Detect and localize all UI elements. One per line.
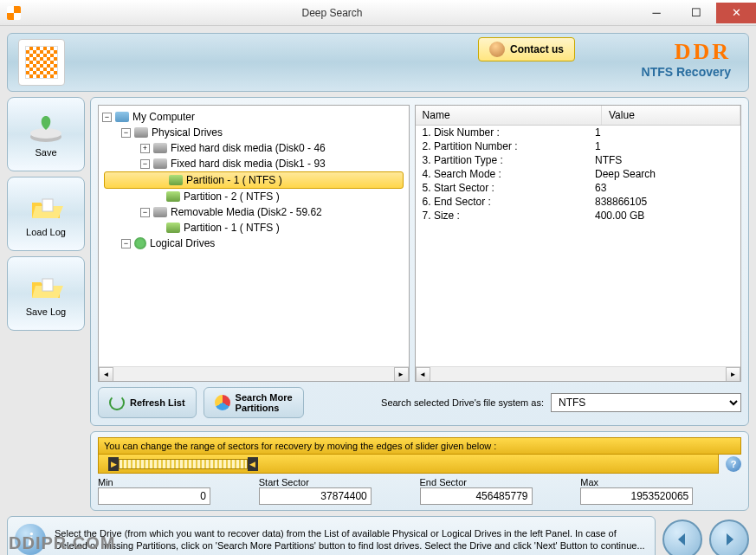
start-sector-input[interactable]	[259, 487, 372, 505]
drive-icon	[134, 127, 148, 138]
collapse-icon[interactable]: −	[121, 128, 131, 138]
scroll-right-icon[interactable]: ►	[394, 367, 409, 382]
slider-range	[119, 459, 247, 469]
details-scrollbar[interactable]: ◄ ►	[416, 366, 740, 381]
max-input[interactable]	[580, 487, 693, 505]
svg-rect-2	[42, 199, 53, 211]
save-label: Save	[35, 147, 56, 158]
collapse-icon[interactable]: −	[140, 159, 150, 169]
brand-subtitle: NTFS Recovery	[642, 65, 731, 79]
detail-row: 1. Disk Number :1	[416, 126, 740, 139]
tree-node-logical[interactable]: − Logical Drives	[102, 236, 405, 251]
controls-row: Refresh List Search More Partitions Sear…	[98, 387, 741, 418]
partition-icon	[166, 223, 180, 233]
save-log-label: Save Log	[26, 307, 66, 317]
help-icon[interactable]: ?	[726, 456, 741, 472]
tree-body[interactable]: − My Computer − Physical Drives +	[99, 106, 409, 366]
sidebar: Save Load Log Save Log	[7, 97, 85, 426]
tree-node-computer[interactable]: − My Computer	[102, 109, 405, 125]
tree-node-disk2-p1[interactable]: Partition - 1 ( NTFS )	[102, 220, 405, 236]
back-button[interactable]	[662, 520, 702, 555]
brand-name: DDR	[642, 39, 731, 65]
tree-node-disk1-p1[interactable]: Partition - 1 ( NTFS )	[104, 171, 404, 189]
detail-row: 4. Search Mode :Deep Search	[416, 167, 740, 181]
collapse-icon[interactable]: −	[102, 113, 112, 122]
drive-icon	[153, 158, 167, 169]
titlebar: Deep Search ─ ☐ ✕	[0, 0, 756, 26]
search-more-partitions-button[interactable]: Search More Partitions	[204, 387, 304, 418]
app-icon	[7, 6, 21, 20]
tree-node-disk0[interactable]: + Fixed hard disk media (Disk0 - 46	[102, 140, 405, 156]
globe-icon	[134, 237, 146, 249]
contact-label: Contact us	[510, 43, 564, 55]
slider-hint: You can change the range of sectors for …	[98, 437, 741, 455]
folder-save-icon	[27, 270, 65, 305]
main-panel: − My Computer − Physical Drives +	[90, 97, 749, 426]
info-text: Select the Drive (from which you want to…	[55, 527, 648, 552]
tree-node-disk2[interactable]: − Removable Media (Disk2 - 59.62	[102, 204, 405, 220]
detail-row: 2. Partition Number :1	[416, 139, 740, 153]
fs-label: Search selected Drive's file system as:	[381, 397, 544, 408]
col-value[interactable]: Value	[602, 106, 740, 125]
load-log-label: Load Log	[26, 227, 66, 237]
pie-chart-icon	[215, 395, 230, 410]
brand: DDR NTFS Recovery	[642, 39, 731, 79]
detail-row: 5. Start Sector :63	[416, 181, 740, 195]
sector-slider[interactable]: ▶ ◀	[98, 455, 719, 474]
min-input[interactable]	[98, 487, 210, 505]
save-button[interactable]: Save	[7, 97, 85, 171]
drive-icon	[153, 207, 167, 217]
person-icon	[489, 42, 505, 57]
watermark: DDIPR.COM	[9, 533, 115, 553]
scroll-left-icon[interactable]: ◄	[416, 367, 430, 382]
tree-node-disk1[interactable]: − Fixed hard disk media (Disk1 - 93	[102, 156, 405, 171]
details-panel: Name Value 1. Disk Number :12. Partition…	[415, 105, 741, 382]
refresh-icon	[109, 395, 125, 410]
drive-tree: − My Computer − Physical Drives +	[98, 105, 410, 382]
start-sector-label: Start Sector	[259, 477, 420, 487]
expand-icon[interactable]: +	[140, 144, 150, 153]
tree-node-physical[interactable]: − Physical Drives	[102, 125, 405, 140]
header-panel: Contact us DDR NTFS Recovery	[7, 33, 749, 92]
partition-icon	[169, 175, 183, 185]
save-icon	[27, 111, 65, 145]
sector-range-panel: You can change the range of sectors for …	[90, 431, 749, 511]
minimize-button[interactable]: ─	[636, 3, 676, 23]
scroll-right-icon[interactable]: ►	[726, 367, 740, 382]
refresh-list-button[interactable]: Refresh List	[98, 387, 197, 418]
min-label: Min	[98, 477, 259, 487]
slider-start-handle[interactable]: ▶	[108, 457, 119, 471]
detail-row: 7. Size :400.00 GB	[416, 209, 740, 223]
maximize-button[interactable]: ☐	[676, 3, 716, 23]
logo	[18, 39, 65, 86]
drive-icon	[153, 143, 167, 153]
end-sector-input[interactable]	[420, 487, 533, 505]
max-label: Max	[580, 477, 741, 487]
slider-end-handle[interactable]: ◀	[248, 457, 258, 471]
detail-row: 3. Partition Type :NTFS	[416, 153, 740, 167]
tree-node-disk1-p2[interactable]: Partition - 2 ( NTFS )	[102, 189, 405, 204]
tree-scrollbar[interactable]: ◄ ►	[99, 366, 409, 381]
computer-icon	[115, 112, 129, 122]
detail-row: 6. End Sector :838866105	[416, 195, 740, 209]
folder-open-icon	[27, 190, 65, 225]
filesystem-select[interactable]: NTFS	[551, 393, 741, 412]
save-log-button[interactable]: Save Log	[7, 256, 85, 331]
partition-icon	[166, 191, 180, 202]
scroll-left-icon[interactable]: ◄	[99, 367, 113, 382]
details-body: 1. Disk Number :12. Partition Number :13…	[416, 126, 740, 366]
close-button[interactable]: ✕	[716, 3, 756, 23]
collapse-icon[interactable]: −	[140, 208, 150, 217]
load-log-button[interactable]: Load Log	[7, 177, 85, 251]
col-name[interactable]: Name	[416, 106, 602, 125]
contact-us-button[interactable]: Contact us	[478, 37, 575, 61]
next-button[interactable]	[709, 520, 749, 555]
collapse-icon[interactable]: −	[121, 239, 131, 248]
details-header: Name Value	[416, 106, 740, 126]
window-title: Deep Search	[28, 7, 636, 19]
svg-rect-3	[42, 279, 53, 291]
end-sector-label: End Sector	[420, 477, 581, 487]
